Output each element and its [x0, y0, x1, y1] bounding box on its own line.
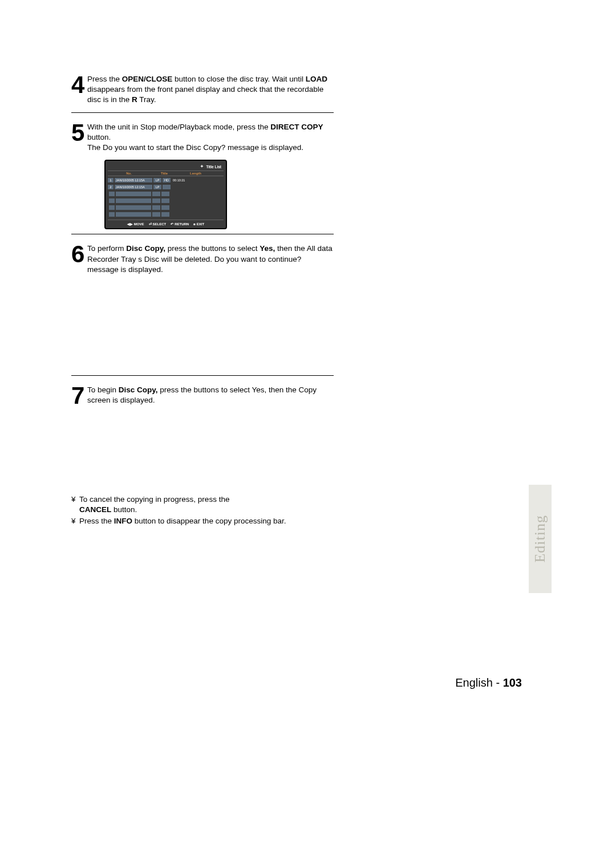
- diamond-icon: ✦: [200, 164, 204, 169]
- page-number: 103: [503, 676, 522, 689]
- return-icon: ↶: [171, 222, 173, 226]
- step-number: 6: [71, 242, 87, 266]
- col-length: Length: [179, 171, 213, 176]
- step-number: 7: [71, 384, 87, 408]
- step-text: To begin Disc Copy, press the buttons to…: [87, 384, 334, 405]
- table-row: 1 JAN/10/2005 12:15A LP HD 00:10:21: [108, 177, 224, 183]
- footer-language: English: [455, 676, 493, 689]
- step-text: Press the OPEN/CLOSE button to close the…: [87, 73, 334, 106]
- step-4: 4 Press the OPEN/CLOSE button to close t…: [71, 73, 334, 106]
- divider: [71, 234, 334, 234]
- section-tab-label: Editing: [532, 515, 549, 563]
- screen-hints: ◀▶MOVE ⏎SELECT ↶RETURN ■EXIT: [108, 220, 224, 226]
- screen-title: Title List: [206, 165, 221, 169]
- col-no: No.: [108, 171, 150, 176]
- step-7: 7 To begin Disc Copy, press the buttons …: [71, 384, 334, 408]
- move-icon: ◀▶: [127, 222, 133, 226]
- table-row: [108, 198, 224, 204]
- select-icon: ⏎: [149, 222, 152, 226]
- page-footer: English - 103: [455, 676, 522, 689]
- step-6: 6 To perform Disc Copy, press the button…: [71, 242, 334, 275]
- section-tab: Editing: [529, 485, 552, 593]
- exit-icon: ■: [193, 222, 196, 226]
- col-title: Title: [150, 171, 179, 176]
- divider: [71, 112, 334, 113]
- screen-title-bar: ✦ Title List: [108, 163, 224, 171]
- column-headers: No. Title Length: [108, 171, 224, 176]
- title-list-screen: ✦ Title List No. Title Length 1 JAN/10/2…: [104, 160, 227, 229]
- table-row: 2 JAN/10/2005 12:15A LP: [108, 184, 224, 190]
- table-row: [108, 205, 224, 210]
- note-bullet: ¥ To cancel the copying in progress, pre…: [71, 494, 334, 515]
- step-text: To perform Disc Copy, press the buttons …: [87, 242, 334, 275]
- table-row: [108, 212, 224, 217]
- step-text: With the unit in Stop mode/Playback mode…: [87, 121, 334, 153]
- divider: [71, 375, 334, 376]
- step-number: 4: [71, 73, 87, 97]
- note-bullet: ¥ Press the INFO button to disappear the…: [71, 516, 334, 526]
- step-5: 5 With the unit in Stop mode/Playback mo…: [71, 121, 334, 153]
- step-number: 5: [71, 121, 87, 145]
- table-row: [108, 191, 224, 197]
